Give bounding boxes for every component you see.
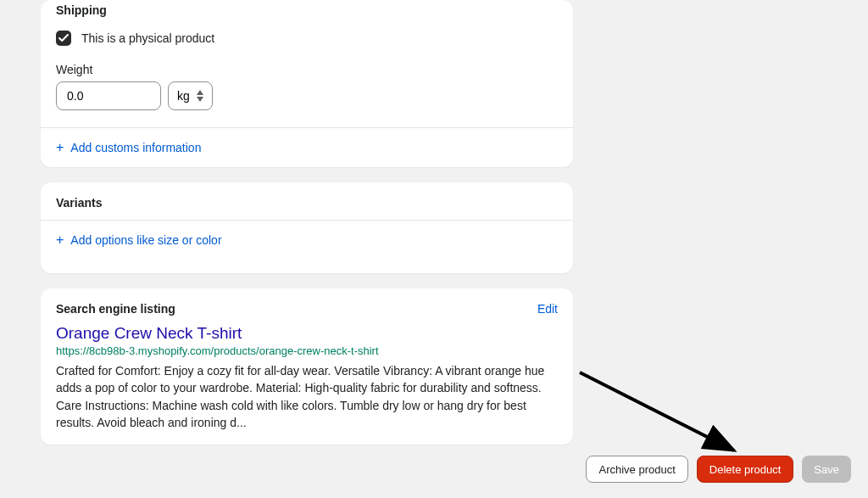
plus-icon: +: [56, 232, 64, 248]
seo-preview-url: https://8cb98b-3.myshopify.com/products/…: [56, 344, 558, 357]
weight-unit-label: kg: [177, 89, 190, 103]
add-customs-label: Add customs information: [70, 141, 201, 154]
variants-card: Variants + Add options like size or colo…: [41, 182, 573, 273]
variants-title: Variants: [56, 196, 558, 210]
chevron-up-down-icon: [197, 90, 203, 102]
archive-product-button[interactable]: Archive product: [586, 456, 687, 483]
weight-row: kg: [56, 81, 558, 110]
physical-product-label: This is a physical product: [81, 31, 214, 45]
add-options-button[interactable]: + Add options like size or color: [56, 221, 222, 260]
bottom-actions: Archive product Delete product Save: [586, 456, 851, 483]
shipping-title: Shipping: [56, 3, 558, 17]
check-icon: [58, 33, 69, 43]
save-button: Save: [802, 456, 851, 483]
plus-icon: +: [56, 140, 64, 155]
seo-preview-description: Crafted for Comfort: Enjoy a cozy fit fo…: [56, 362, 558, 431]
delete-product-button[interactable]: Delete product: [697, 456, 794, 483]
weight-label: Weight: [56, 63, 558, 76]
shipping-card: Shipping This is a physical product Weig…: [41, 0, 573, 167]
add-options-label: Add options like size or color: [70, 233, 221, 247]
seo-header: Search engine listing: [56, 302, 175, 316]
weight-unit-select[interactable]: kg: [168, 81, 213, 110]
seo-preview-title: Orange Crew Neck T-shirt: [56, 324, 558, 343]
seo-edit-button[interactable]: Edit: [537, 302, 558, 316]
physical-product-row: This is a physical product: [56, 31, 558, 46]
weight-input[interactable]: [56, 81, 161, 110]
add-customs-button[interactable]: + Add customs information: [56, 128, 201, 167]
seo-card: Search engine listing Edit Orange Crew N…: [41, 288, 573, 445]
physical-product-checkbox[interactable]: [56, 31, 71, 46]
